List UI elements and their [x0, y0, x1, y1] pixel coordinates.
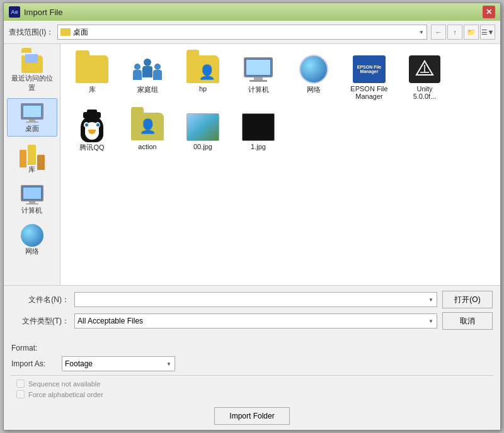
- file-label-qq: 腾讯QQ: [79, 143, 104, 152]
- format-section: Format: Import As: Footage Composition C…: [4, 339, 500, 403]
- title-bar-left: Ae Import File: [9, 6, 62, 18]
- sidebar-item-desktop[interactable]: 桌面: [7, 98, 57, 137]
- cancel-button-wrap: 取消: [442, 312, 493, 330]
- sidebar-item-network[interactable]: 网络: [7, 221, 57, 259]
- file-item-homegroup[interactable]: 家庭组: [122, 50, 173, 103]
- location-value: 桌面: [73, 27, 88, 38]
- sidebar-item-library[interactable]: 库: [7, 139, 57, 177]
- file-item-network[interactable]: 网络: [289, 50, 339, 103]
- file-item-img00[interactable]: 00.jpg: [178, 108, 228, 155]
- sidebar-desktop-label: 桌面: [25, 124, 39, 133]
- alpha-checkbox[interactable]: [16, 390, 25, 398]
- sidebar-recent-label: 最近访问的位置: [9, 74, 55, 93]
- file-label-homegroup: 家庭组: [137, 85, 158, 94]
- title-bar: Ae Import File ✕: [4, 3, 500, 21]
- sidebar-item-computer[interactable]: 计算机: [7, 180, 57, 218]
- filetype-select[interactable]: All Acceptable Files: [74, 313, 437, 329]
- file-area: 库: [60, 44, 500, 285]
- file-item-qq[interactable]: 腾讯QQ: [67, 108, 117, 155]
- sidebar-recent-icon: [20, 51, 45, 74]
- file-label-network: 网络: [307, 85, 321, 94]
- filename-row: 文件名(N)： 打开(O): [11, 291, 493, 308]
- cancel-button[interactable]: 取消: [442, 312, 493, 330]
- file-item-unity[interactable]: Unity5.0.0f...: [399, 50, 450, 103]
- filetype-label: 文件类型(T)：: [11, 316, 74, 327]
- filename-label: 文件名(N)：: [11, 295, 74, 305]
- sequence-label: Sequence not available: [28, 380, 100, 388]
- ae-app-icon: Ae: [9, 6, 20, 18]
- file-item-computer[interactable]: 计算机: [233, 50, 284, 103]
- file-label-action: action: [138, 143, 156, 150]
- action-buttons: 打开(O): [442, 291, 493, 308]
- import-as-select[interactable]: Footage Composition Composition - Retain…: [62, 356, 175, 371]
- toolbar-icons: ← ↑ 📁 ☰▼: [431, 25, 495, 40]
- location-folder-icon: [60, 28, 71, 36]
- import-as-wrapper: Footage Composition Composition - Retain…: [62, 356, 175, 371]
- sidebar-network-icon: [20, 224, 45, 247]
- up-button[interactable]: ↑: [447, 25, 462, 40]
- file-item-img01[interactable]: 1.jpg: [233, 108, 284, 155]
- filetype-row: 文件类型(T)： All Acceptable Files 取消: [11, 312, 493, 330]
- location-dropdown-arrow: ▼: [419, 30, 424, 35]
- alpha-label: Force alphabetical order: [28, 391, 103, 398]
- file-item-hp[interactable]: 👤 hp: [178, 50, 228, 103]
- bottom-form: 文件名(N)： 打开(O) 文件类型(T)： All Acceptable Fi…: [4, 285, 500, 339]
- open-button[interactable]: 打开(O): [442, 291, 493, 308]
- file-item-epson[interactable]: EPSON File Manager EPSON FileManager: [344, 50, 394, 103]
- sequence-checkbox[interactable]: [16, 380, 25, 388]
- sequence-checkbox-row: Sequence not available: [11, 380, 493, 388]
- file-label-unity: Unity5.0.0f...: [413, 85, 437, 100]
- file-label-library: 库: [89, 85, 96, 94]
- file-label-hp: hp: [199, 85, 207, 93]
- file-label-img00: 00.jpg: [193, 143, 212, 150]
- divider: [11, 375, 493, 376]
- sidebar-computer-icon: [20, 183, 45, 206]
- toolbar: 查找范围(I)： 桌面 ▼ ← ↑ 📁 ☰▼: [4, 21, 500, 44]
- back-button[interactable]: ←: [431, 25, 446, 40]
- location-dropdown[interactable]: 桌面 ▼: [57, 25, 427, 40]
- view-button[interactable]: ☰▼: [480, 25, 495, 40]
- import-as-label: Import As:: [11, 359, 62, 368]
- sidebar: 最近访问的位置 桌面: [4, 44, 60, 285]
- file-item-action[interactable]: 👤 action: [122, 108, 173, 155]
- new-folder-button[interactable]: 📁: [464, 25, 479, 40]
- file-label-img01: 1.jpg: [251, 143, 266, 150]
- sidebar-network-label: 网络: [25, 247, 39, 256]
- import-as-row: Import As: Footage Composition Compositi…: [11, 356, 493, 371]
- format-label: Format:: [11, 344, 493, 352]
- file-item-library[interactable]: 库: [67, 50, 117, 103]
- file-label-epson: EPSON FileManager: [350, 85, 387, 100]
- filename-input[interactable]: [74, 292, 437, 307]
- sidebar-library-icon: [20, 142, 45, 165]
- alpha-checkbox-row: Force alphabetical order: [11, 390, 493, 398]
- import-folder-button[interactable]: Import Folder: [214, 407, 290, 425]
- location-label: 查找范围(I)：: [9, 27, 54, 38]
- footer: Import Folder: [4, 403, 500, 430]
- import-file-dialog: Ae Import File ✕ 查找范围(I)： 桌面 ▼ ← ↑ 📁 ☰▼: [3, 3, 501, 430]
- file-label-computer: 计算机: [248, 85, 269, 94]
- sidebar-desktop-icon: [20, 101, 45, 124]
- dialog-title: Import File: [24, 8, 62, 17]
- sidebar-library-label: 库: [28, 165, 35, 174]
- main-area: 最近访问的位置 桌面: [4, 44, 500, 285]
- close-button[interactable]: ✕: [483, 6, 495, 18]
- sidebar-computer-label: 计算机: [21, 206, 42, 215]
- sidebar-item-recent[interactable]: 最近访问的位置: [7, 48, 57, 96]
